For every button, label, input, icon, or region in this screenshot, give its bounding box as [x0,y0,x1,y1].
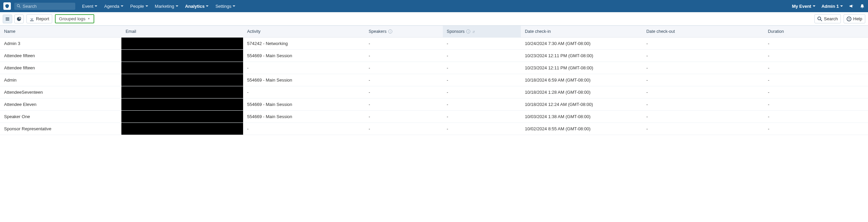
toolbar-left-group [3,15,24,23]
cell-email [121,111,243,123]
global-search[interactable] [14,3,75,10]
redacted-email [121,98,243,110]
cell-sponsors: - [443,62,521,74]
global-search-input[interactable] [23,4,73,9]
cell-checkout: - [642,38,764,50]
info-icon[interactable]: i [466,29,470,34]
info-icon[interactable]: i [388,29,392,34]
bell-icon [860,4,865,8]
cell-checkout: - [642,86,764,98]
col-header-email[interactable]: Email [121,26,243,38]
cell-duration: - [764,111,868,123]
cell-checkin: 10/02/2024 8:55 AM (GMT-08:00) [521,123,642,135]
nav-agenda[interactable]: Agenda [104,4,123,9]
chevron-down-icon [206,5,209,7]
report-button[interactable]: Report [26,14,52,23]
search-button[interactable]: Search [814,14,841,23]
grouped-logs-dropdown[interactable]: Grouped logs ▼ [55,14,94,23]
cell-name: Sponsor Representative [0,123,121,135]
notifications-button[interactable] [860,4,865,8]
cell-checkout: - [642,62,764,74]
search-label: Search [824,16,838,21]
cell-sponsors: - [443,86,521,98]
user-menu[interactable]: Admin 1 [822,4,843,9]
chevron-down-icon [840,5,843,7]
col-header-speakers[interactable]: Speakersi [364,26,442,38]
redacted-email [121,86,243,98]
cell-activity: 554669 - Main Session [243,50,364,62]
caret-down-icon: ▼ [87,17,90,20]
cell-checkout: - [642,123,764,135]
cell-email [121,86,243,98]
cell-speakers: - [364,74,442,86]
user-name: Admin 1 [822,4,839,9]
announcements-button[interactable] [849,4,854,8]
help-button[interactable]: ? Help [844,14,865,23]
cell-name: AttendeeSeventeen [0,86,121,98]
nav-marketing[interactable]: Marketing [155,4,178,9]
col-label: Name [4,29,15,34]
cell-name: Attendee fifteen [0,62,121,74]
col-header-checkin[interactable]: Date check-in [521,26,642,38]
chevron-down-icon [145,5,148,7]
table-row[interactable]: AttendeeSeventeen ---10/18/2024 1:28 AM … [0,86,868,98]
cell-sponsors: - [443,38,521,50]
col-header-name[interactable]: Name [0,26,121,38]
cell-duration: - [764,38,868,50]
svg-point-2 [818,17,821,20]
nav-people[interactable]: People [130,4,148,9]
help-icon: ? [847,17,851,21]
cell-checkin: 10/23/2024 12:11 PM (GMT-08:00) [521,62,642,74]
cell-speakers: - [364,123,442,135]
chevron-down-icon [233,5,235,7]
event-picker[interactable]: My Event [792,4,815,9]
cell-checkin: 10/23/2024 12:11 PM (GMT-08:00) [521,50,642,62]
col-label: Date check-out [646,29,675,34]
search-icon [817,17,822,21]
cell-sponsors: - [443,111,521,123]
cell-checkin: 10/03/2024 1:38 AM (GMT-08:00) [521,111,642,123]
grouped-logs-label: Grouped logs [59,16,85,21]
menu-toggle-button[interactable] [3,15,12,23]
cell-activity: 554669 - Main Session [243,111,364,123]
table-row[interactable]: Speaker One 554669 - Main Session--10/03… [0,111,868,123]
cell-speakers: - [364,50,442,62]
event-name: My Event [792,4,811,9]
cell-checkin: 10/18/2024 12:24 AM (GMT-08:00) [521,98,642,111]
svg-line-1 [19,6,20,7]
redacted-email [121,50,243,62]
chevron-down-icon [813,5,815,7]
cell-checkout: - [642,50,764,62]
table-row[interactable]: Admin 554669 - Main Session--10/18/2024 … [0,74,868,86]
col-header-duration[interactable]: Duration [764,26,868,38]
nav-settings[interactable]: Settings [215,4,235,9]
cell-duration: - [764,123,868,135]
cell-duration: - [764,86,868,98]
cell-email [121,50,243,62]
nav-analytics[interactable]: Analytics [185,4,209,9]
cell-checkin: 10/24/2024 7:30 AM (GMT-08:00) [521,38,642,50]
table-row[interactable]: Sponsor Representative ---10/02/2024 8:5… [0,123,868,135]
app-logo[interactable] [3,2,11,10]
col-label: Sponsors [447,29,465,34]
cell-activity: - [243,86,364,98]
cell-speakers: - [364,38,442,50]
svg-text:?: ? [848,17,850,21]
cell-email [121,62,243,74]
download-icon [29,17,34,21]
table-row[interactable]: Attendee fifteen ---10/23/2024 12:11 PM … [0,62,868,74]
table-row[interactable]: Attendee Eleven 554669 - Main Session--1… [0,98,868,111]
redacted-email [121,123,243,135]
table-row[interactable]: Admin 3 574242 - Networking--10/24/2024 … [0,38,868,50]
megaphone-icon [849,4,854,8]
svg-line-3 [821,19,822,21]
cell-activity: 574242 - Networking [243,38,364,50]
help-label: Help [853,16,862,21]
col-header-activity[interactable]: Activity [243,26,364,38]
col-label: Email [125,29,136,34]
table-row[interactable]: Attendee fifteen 554669 - Main Session--… [0,50,868,62]
col-header-checkout[interactable]: Date check-out [642,26,764,38]
nav-event[interactable]: Event [82,4,97,9]
chart-view-button[interactable] [14,15,24,23]
col-header-sponsors[interactable]: Sponsorsi↓↑ [443,26,521,38]
